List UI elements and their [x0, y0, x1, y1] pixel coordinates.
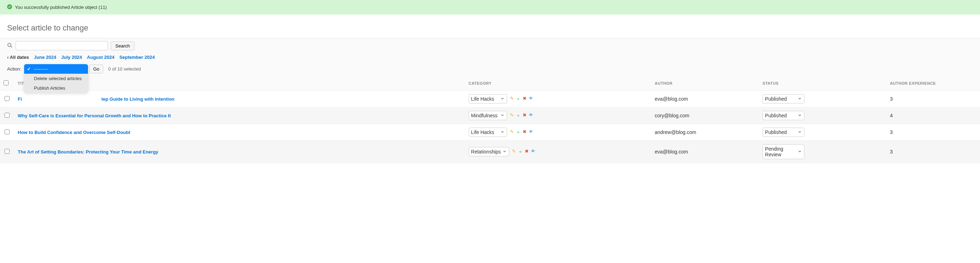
page-title: Select article to change: [0, 14, 980, 38]
action-dropdown: --------- Delete selected articles Publi…: [24, 64, 88, 93]
action-option-delete[interactable]: Delete selected articles: [24, 74, 88, 83]
selection-count: 0 of 10 selected: [108, 66, 141, 71]
category-actions: ✎ ＋ ✖ 👁: [510, 112, 533, 119]
row-checkbox[interactable]: [5, 129, 10, 134]
success-banner: You successfully published Article objec…: [0, 0, 980, 14]
success-message: You successfully published Article objec…: [15, 5, 107, 10]
category-select[interactable]: Life Hacks: [469, 94, 507, 103]
date-filter-link[interactable]: July 2024: [61, 55, 82, 60]
chevron-down-icon: [798, 129, 802, 135]
row-checkbox[interactable]: [5, 113, 10, 118]
category-actions: ✎ ＋ ✖ 👁: [512, 149, 535, 155]
status-select[interactable]: Published: [762, 128, 804, 137]
plus-icon[interactable]: ＋: [516, 129, 520, 135]
toolbar: Search ‹ All dates June 2024 July 2024 A…: [0, 38, 980, 76]
status-select[interactable]: Published: [762, 94, 804, 103]
author-cell: eva@blog.com: [651, 141, 759, 163]
chevron-down-icon: [798, 96, 802, 102]
plus-icon[interactable]: ＋: [516, 112, 520, 119]
table-row: The Art of Setting Boundaries: Protectin…: [0, 141, 980, 163]
search-icon: [7, 43, 13, 49]
col-status[interactable]: STATUS: [759, 76, 886, 91]
chevron-down-icon: [798, 149, 802, 155]
status-select[interactable]: Published: [762, 111, 804, 120]
article-title-link[interactable]: How to Build Confidence and Overcome Sel…: [18, 130, 130, 135]
eye-icon[interactable]: 👁: [531, 149, 535, 155]
action-select[interactable]: --------- Delete selected articles Publi…: [24, 64, 87, 73]
author-cell: cory@blog.com: [651, 108, 759, 124]
eye-icon[interactable]: 👁: [529, 129, 533, 135]
pencil-icon[interactable]: ✎: [510, 112, 514, 119]
eye-icon[interactable]: 👁: [529, 112, 533, 119]
search-row: Search: [7, 41, 973, 50]
col-experience[interactable]: AUTHOR EXPERIENCE: [886, 76, 980, 91]
action-row: Action: --------- Delete selected articl…: [7, 64, 973, 73]
row-checkbox[interactable]: [5, 96, 10, 101]
articles-table: TITLE CATEGORY AUTHOR STATUS AUTHOR EXPE…: [0, 76, 980, 163]
chevron-down-icon: [500, 129, 504, 135]
check-circle-icon: [7, 4, 12, 10]
chevron-down-icon: [500, 113, 504, 118]
pencil-icon[interactable]: ✎: [512, 149, 516, 155]
category-select[interactable]: Life Hacks: [469, 128, 507, 137]
category-actions: ✎ ＋ ✖ 👁: [510, 129, 533, 135]
table-row: Fixxxxxxxxxxxxxxxxxxxxxxxxxxxxxxxtep Gui…: [0, 91, 980, 108]
category-select[interactable]: Mindfulness: [469, 111, 507, 120]
x-icon[interactable]: ✖: [523, 112, 527, 119]
article-title-link[interactable]: Fixxxxxxxxxxxxxxxxxxxxxxxxxxxxxxxtep Gui…: [18, 97, 175, 102]
row-checkbox[interactable]: [5, 149, 10, 154]
date-filter-link[interactable]: September 2024: [119, 55, 155, 60]
chevron-down-icon: [503, 149, 507, 155]
experience-cell: 3: [886, 91, 980, 108]
action-label: Action:: [7, 66, 21, 71]
article-title-link[interactable]: Why Self-Care is Essential for Personal …: [18, 113, 171, 118]
date-filter-link[interactable]: June 2024: [34, 55, 56, 60]
search-button[interactable]: Search: [111, 41, 134, 50]
date-filter-current[interactable]: ‹ All dates: [7, 55, 29, 60]
search-input[interactable]: [16, 41, 108, 50]
experience-cell: 4: [886, 108, 980, 124]
category-actions: ✎ ＋ ✖ 👁: [510, 96, 533, 102]
x-icon[interactable]: ✖: [525, 149, 529, 155]
table-row: How to Build Confidence and Overcome Sel…: [0, 124, 980, 141]
plus-icon[interactable]: ＋: [518, 149, 523, 155]
category-select[interactable]: Relationships: [469, 147, 509, 156]
author-cell: eva@blog.com: [651, 91, 759, 108]
status-select[interactable]: Pending Review: [762, 144, 804, 159]
pencil-icon[interactable]: ✎: [510, 96, 514, 102]
experience-cell: 3: [886, 141, 980, 163]
experience-cell: 3: [886, 124, 980, 141]
svg-point-1: [8, 43, 11, 46]
action-option-blank[interactable]: ---------: [24, 64, 88, 74]
svg-line-2: [11, 46, 12, 48]
plus-icon[interactable]: ＋: [516, 96, 520, 102]
table-row: Why Self-Care is Essential for Personal …: [0, 108, 980, 124]
author-cell: andrew@blog.com: [651, 124, 759, 141]
pencil-icon[interactable]: ✎: [510, 129, 514, 135]
action-option-publish[interactable]: Publish Articles: [24, 83, 88, 93]
table-header-row: TITLE CATEGORY AUTHOR STATUS AUTHOR EXPE…: [0, 76, 980, 91]
eye-icon[interactable]: 👁: [529, 96, 533, 102]
select-all-checkbox[interactable]: [3, 81, 8, 86]
date-filters: ‹ All dates June 2024 July 2024 August 2…: [7, 55, 973, 60]
x-icon[interactable]: ✖: [523, 129, 527, 135]
chevron-down-icon: [500, 96, 504, 102]
date-filter-link[interactable]: August 2024: [87, 55, 114, 60]
col-category[interactable]: CATEGORY: [465, 76, 651, 91]
col-author[interactable]: AUTHOR: [651, 76, 759, 91]
go-button[interactable]: Go: [89, 65, 103, 73]
article-title-link[interactable]: The Art of Setting Boundaries: Protectin…: [18, 149, 158, 155]
x-icon[interactable]: ✖: [523, 96, 527, 102]
chevron-down-icon: [798, 113, 802, 118]
